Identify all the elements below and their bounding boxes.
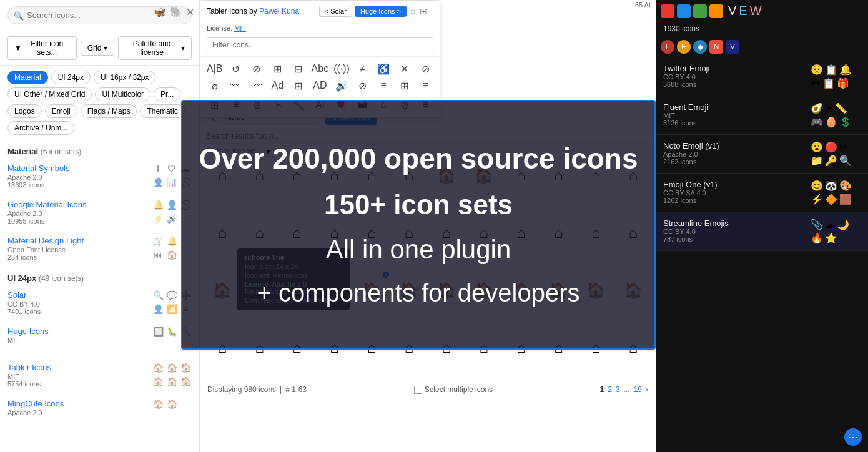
t-icon-15[interactable]: Ad (269, 79, 287, 93)
search-icon: 🔍 (14, 11, 24, 20)
pagination-bar: Displaying 980 icons | # 1-63 Select mul… (200, 381, 656, 398)
t-icon-14[interactable]: 〰 (247, 79, 266, 93)
cat-material[interactable]: Material (7, 71, 48, 84)
t-icon-8[interactable]: ≠ (353, 62, 372, 76)
rp-square-icon-2: V (726, 40, 739, 54)
cat-emoji[interactable]: Emoji (45, 104, 77, 118)
rp-color-icon-4 (709, 4, 723, 18)
sl-emoji-1: 📎 (811, 219, 823, 230)
ui24-section-title: UI 24px (49 icon sets) (0, 267, 199, 285)
cat-logos[interactable]: Logos (7, 104, 42, 118)
rp-streamline-emojis[interactable]: Streamline Emojis CC BY 4.0 787 icons 📎 … (656, 212, 868, 251)
cat-flags[interactable]: Flags / Maps (81, 104, 137, 118)
t-icon-5[interactable]: ⊟ (289, 62, 308, 76)
prev-nav-button[interactable]: < Solar (319, 6, 352, 17)
no-emoji-2: 🔴 (825, 141, 837, 153)
t-icon-9[interactable]: ♿ (374, 62, 393, 76)
tabler-icons-sidebar-item[interactable]: Tabler Icons MIT 5754 icons 🏠🏠🏠 🏠🏠🏠 (0, 358, 199, 394)
more-button[interactable]: ⋯ (844, 428, 862, 446)
tabler-filter (200, 34, 440, 57)
fl-emoji-5: 🥚 (825, 116, 837, 128)
rp-twitter-emoji[interactable]: Twitter Emoji CC BY 4.0 3688 icons 😟 📋 🔔… (656, 57, 868, 96)
right-panel: V E W 1930 icons L E ◆ N V Twitter Emoji… (656, 0, 868, 452)
t-icon-4[interactable]: ⊞ (269, 62, 287, 76)
palette-button[interactable]: Palette and license ▾ (118, 36, 192, 60)
next-page-button[interactable]: › (646, 385, 648, 394)
t-icon-22[interactable]: ≡ (416, 79, 435, 93)
cat-ui24[interactable]: UI 24px (51, 71, 91, 84)
t-icon-11[interactable]: ⊘ (416, 62, 435, 76)
rp-emoji-one[interactable]: Emoji One (v1) CC BY-SA 4.0 1262 icons 😊… (656, 174, 868, 212)
cat-archive[interactable]: Archive / Unm... (7, 121, 74, 135)
eo-emoji-1: 😊 (811, 180, 823, 192)
emoji-one-previews: 😊 🐼 🎨 ⚡ 🔶 🟫 (811, 180, 861, 205)
page-ellipsis: ... (624, 385, 630, 394)
page-19[interactable]: 19 (634, 385, 642, 394)
tabler-filter-input[interactable] (207, 37, 433, 52)
solar-item[interactable]: Solar CC BY 4.0 7401 icons 🔍💬➕ 👤📶≡ (0, 285, 199, 322)
rp-circle-icon-1: L (661, 40, 674, 54)
rp-top-icons: V E W (656, 0, 868, 22)
t-icon-6[interactable]: Abc (310, 62, 330, 76)
cat-ui16[interactable]: UI 16px / 32px (94, 71, 155, 84)
t-icon-2[interactable]: ↺ (227, 62, 245, 76)
tw-emoji-6: 🎁 (837, 77, 849, 89)
rp-color-icon-2 (677, 4, 691, 18)
t-icon-7[interactable]: ((·)) (332, 62, 351, 76)
cat-thematic[interactable]: Thematic (140, 104, 184, 118)
mastodon-icon[interactable]: 🐘 (170, 6, 182, 18)
page-numbers: 1 2 3 ... 19 › (600, 385, 648, 394)
no-emoji-3: ✂ (839, 141, 847, 153)
rp-circle-icon-2: E (677, 40, 691, 54)
t-icon-13[interactable]: 〰 (227, 79, 245, 93)
page-3[interactable]: 3 (616, 385, 620, 394)
cat-ui-multi[interactable]: UI Multicolor (95, 87, 150, 101)
material-symbols-item[interactable]: Material Symbols Apache 2.0 13693 icons … (0, 159, 199, 195)
t-icon-10[interactable]: ✕ (395, 62, 414, 76)
rp-icon-e: E (739, 4, 747, 18)
t-icon-12[interactable]: ⌀ (205, 79, 224, 93)
material-design-light-item[interactable]: Material Design Light Open Font License … (0, 231, 199, 267)
next-nav-button[interactable]: Huge Icons > (355, 6, 407, 17)
cat-ui-other[interactable]: UI Other / Mixed Grid (7, 87, 92, 101)
google-material-item[interactable]: Google Material Icons Apache 2.0 10955 i… (0, 195, 199, 231)
huge-icons-item[interactable]: Huge Icons MIT 🔲🐛🔍 (0, 322, 199, 358)
page-2[interactable]: 2 (608, 385, 612, 394)
category-tabs: Material UI 24px UI 16px / 32px UI Other… (0, 66, 199, 140)
rp-color-icon-3 (693, 4, 707, 18)
tw-emoji-5: 📋 (822, 77, 835, 89)
material-section-title: Material (6 icon sets) (0, 140, 199, 159)
mingcute-item[interactable]: MingCute Icons Apache 2.0 🏠🏠 (0, 394, 199, 430)
star-icon[interactable]: ☆ (409, 6, 417, 16)
select-all-checkbox[interactable] (414, 386, 422, 394)
copy-icon[interactable]: ⊞ (420, 6, 427, 16)
t-icon-16[interactable]: ⊞ (289, 79, 308, 93)
t-icon-20[interactable]: ≡ (374, 79, 393, 93)
rp-circle-icon-3: ◆ (693, 40, 707, 54)
close-icon[interactable]: ✕ (186, 6, 194, 18)
rp-icon-v: V (728, 4, 736, 18)
rp-noto-emoji[interactable]: Noto Emoji (v1) Apache 2.0 2162 icons 😮 … (656, 135, 868, 174)
page-1[interactable]: 1 (600, 385, 604, 394)
t-icon-17[interactable]: AD (310, 79, 330, 93)
t-icon-19[interactable]: ⊘ (353, 79, 372, 93)
eo-emoji-3: 🎨 (839, 180, 852, 192)
filter-iconsets-button[interactable]: ▼ Filter icon sets... (7, 36, 77, 60)
eo-emoji-5: 🔶 (825, 194, 837, 205)
butterfly-icon[interactable]: 🦋 (154, 6, 166, 18)
status-bar: 55 At (630, 0, 656, 10)
rp-second-icon-row: L E ◆ N V (656, 36, 868, 57)
tabler-author-link[interactable]: Paweł Kuna (259, 7, 299, 16)
grid-button[interactable]: Grid ▾ (81, 41, 115, 56)
t-icon-21[interactable]: ⊞ (395, 79, 414, 93)
rp-fluent-emoji[interactable]: Fluent Emoji MIT 3126 icons 🥑 ✂ 📏 🎮 🥚 💲 (656, 96, 868, 135)
cat-pr[interactable]: Pr... (154, 87, 180, 101)
filter-toolbar: ▼ Filter icon sets... Grid ▾ Palette and… (0, 31, 199, 66)
t-icon-1[interactable]: A|B (205, 62, 224, 76)
fl-emoji-3: 📏 (835, 102, 847, 114)
t-icon-3[interactable]: ⊘ (247, 62, 266, 76)
tabler-license-link[interactable]: MIT (234, 24, 246, 32)
eo-emoji-6: 🟫 (839, 194, 852, 205)
t-icon-18[interactable]: 🔊 (332, 79, 351, 93)
twitter-emoji-previews: 😟 📋 🔔 🗝 📋 🎁 (811, 64, 861, 89)
